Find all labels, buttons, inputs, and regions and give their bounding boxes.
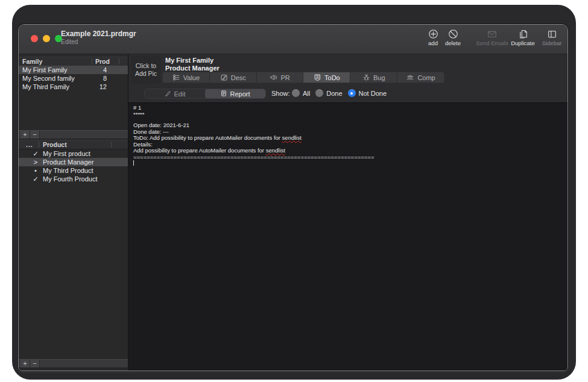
column-divider[interactable]: [92, 58, 92, 64]
misspelled-word: sendlist: [282, 134, 302, 141]
family-name: My First Family: [22, 66, 68, 74]
report-separator: ========================================…: [133, 154, 567, 161]
tab-bug[interactable]: Bug: [350, 72, 397, 83]
radio-done-label: Done: [326, 90, 342, 97]
column-divider[interactable]: [39, 142, 39, 148]
window-title: Example 2021.prdmgr: [61, 30, 136, 38]
list-icon: [172, 74, 180, 81]
minimize-window-button[interactable]: [43, 35, 50, 42]
radio-not-done-label: Not Done: [359, 90, 387, 97]
remove-family-button[interactable]: −: [30, 131, 40, 139]
radio-done[interactable]: Done: [315, 89, 342, 97]
pencil-square-icon: [220, 74, 228, 81]
pic-placeholder-line1: Click to: [136, 62, 156, 70]
family-row-3[interactable]: My Third Family 12: [19, 83, 128, 91]
report-blank-line: [133, 117, 567, 122]
radio-all[interactable]: All: [292, 89, 310, 97]
misspelled-word: sendlist: [266, 147, 285, 154]
pic-placeholder-line2: Add Pic: [135, 70, 157, 78]
edit-report-toggle: Edit Report: [144, 89, 266, 99]
tab-todo[interactable]: TODO ToDo: [303, 72, 350, 83]
bullet-status-icon: •: [32, 166, 39, 175]
family-name: My Second family: [22, 74, 75, 83]
toolbar-add-button[interactable]: add: [422, 29, 444, 46]
product-name: My Third Product: [43, 166, 93, 175]
detail-header: Click to Add Pic My First Family Product…: [128, 54, 567, 86]
report-control-strip: Edit Report Show: All: [128, 86, 567, 103]
family-table-header: Family Prod: [19, 57, 128, 66]
megaphone-icon: [270, 74, 277, 81]
family-column-header[interactable]: Family: [22, 57, 42, 66]
report-mode-label: Report: [230, 90, 250, 98]
report-open-date: Open date: 2021-6-21: [133, 122, 567, 129]
product-add-remove-bar: + −: [19, 359, 128, 368]
report-mode-button[interactable]: Report: [205, 89, 265, 98]
svg-text:DO: DO: [316, 77, 319, 80]
check-icon: ✓: [32, 149, 39, 158]
report-priority-stars: *****: [133, 111, 567, 118]
tab-desc[interactable]: Desc: [210, 72, 257, 83]
radio-not-done[interactable]: Not Done: [348, 89, 387, 97]
bug-icon: [362, 74, 370, 81]
tab-value[interactable]: Value: [163, 72, 210, 83]
status-column-header[interactable]: ...: [26, 140, 33, 149]
toolbar-send-emails-label: Send Emails: [476, 40, 508, 46]
product-row-4[interactable]: ✓ My Fourth Product: [19, 175, 128, 183]
tab-value-label: Value: [183, 74, 200, 81]
product-row-3[interactable]: • My Third Product: [19, 166, 128, 175]
details-text: Add possibility to prepare AutoMailer do…: [133, 147, 266, 154]
edit-mode-label: Edit: [174, 90, 186, 98]
remove-product-button[interactable]: −: [30, 360, 40, 368]
toolbar-delete-button[interactable]: delete: [441, 29, 464, 46]
column-divider[interactable]: [111, 142, 112, 148]
sidebar: Family Prod My First Family 4 My Second …: [19, 54, 128, 371]
window-edited-state: Edited: [61, 39, 136, 45]
envelope-icon: [487, 29, 498, 39]
add-circle-icon: [428, 29, 438, 39]
todo-report-text-area[interactable]: # 1 ***** Open date: 2021-6-21 Done date…: [128, 103, 567, 371]
report-details-line: Add possibility to prepare AutoMailer do…: [133, 148, 567, 154]
family-name: My Third Family: [22, 83, 69, 91]
tab-desc-label: Desc: [231, 74, 246, 81]
toolbar-send-emails-button[interactable]: Send Emails: [473, 29, 511, 46]
radio-circle: [292, 89, 300, 97]
report-todo-line: ToDo: Add possibility to prepare AutoMai…: [133, 135, 567, 142]
family-prod-count: 8: [91, 74, 107, 83]
toolbar-duplicate-label: Duplicate: [511, 40, 535, 46]
tab-todo-label: ToDo: [324, 74, 340, 81]
product-row-1[interactable]: ✓ My First product: [19, 149, 128, 158]
family-prod-count: 4: [91, 66, 107, 74]
people-icon: [406, 74, 414, 81]
edit-mode-button[interactable]: Edit: [145, 89, 205, 98]
add-family-button[interactable]: +: [21, 131, 30, 139]
product-column-header[interactable]: Product: [43, 140, 67, 149]
product-name: My First product: [43, 149, 90, 158]
column-divider[interactable]: [119, 58, 119, 64]
family-row-2[interactable]: My Second family 8: [19, 74, 128, 83]
tab-comp-label: Comp: [417, 74, 435, 81]
tab-pr-label: PR: [280, 74, 289, 81]
toolbar-duplicate-button[interactable]: Duplicate: [506, 29, 540, 46]
tab-comp[interactable]: Comp: [397, 72, 444, 83]
product-name: My Fourth Product: [43, 175, 97, 183]
family-prod-count: 12: [91, 83, 107, 91]
app-window: Example 2021.prdmgr Edited add delete Se…: [18, 24, 568, 371]
close-window-button[interactable]: [31, 35, 38, 42]
pencil-icon: [165, 90, 172, 98]
selected-family-title: My First Family: [165, 57, 220, 64]
toolbar-sidebar-button[interactable]: Sidebar: [539, 29, 565, 46]
arrow-status-icon: >: [32, 158, 39, 166]
radio-circle: [315, 89, 323, 97]
report-document-icon: [220, 90, 227, 98]
add-product-button[interactable]: +: [21, 360, 30, 368]
window-title-block: Example 2021.prdmgr Edited: [61, 30, 136, 45]
add-picture-placeholder[interactable]: Click to Add Pic: [131, 55, 160, 84]
tab-pr[interactable]: PR: [257, 72, 304, 83]
prod-column-header[interactable]: Prod: [95, 57, 110, 66]
product-row-2[interactable]: > Product Manager: [19, 158, 128, 166]
report-item-number: # 1: [133, 105, 567, 111]
toolbar-add-label: add: [428, 40, 438, 46]
family-row-1[interactable]: My First Family 4: [19, 66, 128, 74]
title-bar: Example 2021.prdmgr Edited add delete Se…: [19, 25, 567, 54]
toolbar-delete-label: delete: [445, 40, 461, 46]
